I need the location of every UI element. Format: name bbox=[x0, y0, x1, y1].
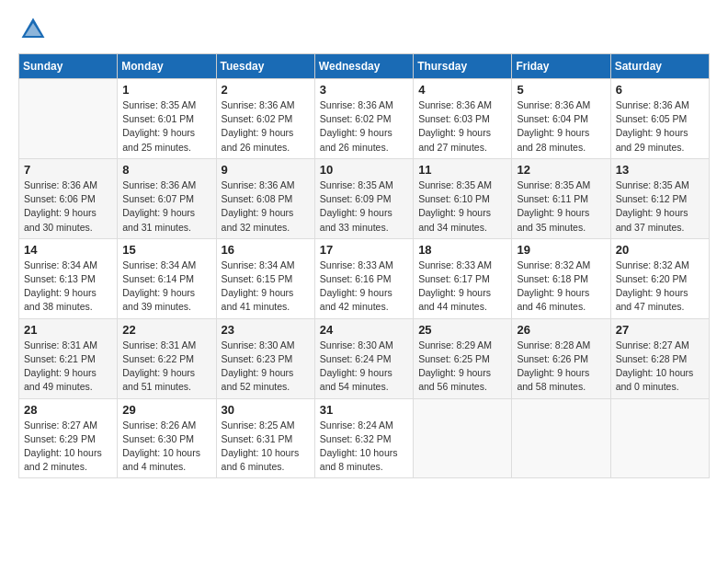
day-info: Sunrise: 8:35 AMSunset: 6:10 PMDaylight:… bbox=[418, 178, 506, 235]
day-info: Sunrise: 8:36 AMSunset: 6:06 PMDaylight:… bbox=[24, 178, 112, 235]
day-number: 4 bbox=[418, 83, 506, 97]
day-number: 14 bbox=[24, 243, 112, 257]
calendar-cell-3-2: 23Sunrise: 8:30 AMSunset: 6:23 PMDayligh… bbox=[216, 318, 314, 398]
calendar-cell-3-6: 27Sunrise: 8:27 AMSunset: 6:28 PMDayligh… bbox=[610, 318, 709, 398]
header bbox=[18, 15, 710, 44]
col-sunday: Sunday bbox=[19, 54, 118, 79]
day-number: 6 bbox=[616, 83, 704, 97]
calendar-week-row-2: 14Sunrise: 8:34 AMSunset: 6:13 PMDayligh… bbox=[19, 238, 710, 318]
day-info: Sunrise: 8:35 AMSunset: 6:11 PMDaylight:… bbox=[517, 178, 605, 235]
day-info: Sunrise: 8:31 AMSunset: 6:22 PMDaylight:… bbox=[122, 339, 210, 395]
day-info: Sunrise: 8:35 AMSunset: 6:09 PMDaylight:… bbox=[320, 178, 408, 235]
day-number: 10 bbox=[320, 163, 408, 177]
day-number: 7 bbox=[24, 163, 112, 177]
day-number: 26 bbox=[517, 323, 605, 337]
calendar-cell-1-2: 9Sunrise: 8:36 AMSunset: 6:08 PMDaylight… bbox=[216, 158, 314, 238]
day-info: Sunrise: 8:27 AMSunset: 6:29 PMDaylight:… bbox=[24, 419, 112, 475]
day-info: Sunrise: 8:25 AMSunset: 6:31 PMDaylight:… bbox=[222, 419, 310, 475]
day-number: 9 bbox=[222, 163, 310, 177]
calendar-week-row-1: 7Sunrise: 8:36 AMSunset: 6:06 PMDaylight… bbox=[19, 158, 710, 238]
calendar-header-row: Sunday Monday Tuesday Wednesday Thursday… bbox=[19, 54, 710, 79]
day-number: 20 bbox=[616, 243, 704, 257]
calendar-table: Sunday Monday Tuesday Wednesday Thursday… bbox=[18, 53, 710, 478]
calendar-week-row-0: 1Sunrise: 8:35 AMSunset: 6:01 PMDaylight… bbox=[19, 79, 710, 159]
day-number: 29 bbox=[122, 403, 210, 417]
day-number: 18 bbox=[418, 243, 506, 257]
calendar-cell-2-0: 14Sunrise: 8:34 AMSunset: 6:13 PMDayligh… bbox=[19, 238, 118, 318]
calendar-cell-4-4 bbox=[414, 398, 512, 478]
day-number: 22 bbox=[122, 323, 210, 337]
col-tuesday: Tuesday bbox=[216, 54, 314, 79]
day-info: Sunrise: 8:30 AMSunset: 6:24 PMDaylight:… bbox=[320, 339, 408, 395]
day-info: Sunrise: 8:34 AMSunset: 6:15 PMDaylight:… bbox=[222, 259, 310, 315]
day-number: 3 bbox=[320, 83, 408, 97]
day-number: 21 bbox=[24, 323, 112, 337]
logo bbox=[18, 15, 51, 44]
col-friday: Friday bbox=[512, 54, 610, 79]
calendar-cell-0-4: 4Sunrise: 8:36 AMSunset: 6:03 PMDaylight… bbox=[414, 79, 512, 159]
calendar-cell-4-2: 30Sunrise: 8:25 AMSunset: 6:31 PMDayligh… bbox=[216, 398, 314, 478]
day-number: 25 bbox=[418, 323, 506, 337]
calendar-cell-4-6 bbox=[610, 398, 709, 478]
calendar-cell-4-0: 28Sunrise: 8:27 AMSunset: 6:29 PMDayligh… bbox=[19, 398, 118, 478]
calendar-cell-0-6: 6Sunrise: 8:36 AMSunset: 6:05 PMDaylight… bbox=[610, 79, 709, 159]
day-number: 16 bbox=[222, 243, 310, 257]
calendar-cell-1-5: 12Sunrise: 8:35 AMSunset: 6:11 PMDayligh… bbox=[512, 158, 610, 238]
col-monday: Monday bbox=[118, 54, 216, 79]
col-thursday: Thursday bbox=[414, 54, 512, 79]
calendar-week-row-4: 28Sunrise: 8:27 AMSunset: 6:29 PMDayligh… bbox=[19, 398, 710, 478]
calendar-cell-3-0: 21Sunrise: 8:31 AMSunset: 6:21 PMDayligh… bbox=[19, 318, 118, 398]
day-info: Sunrise: 8:36 AMSunset: 6:08 PMDaylight:… bbox=[222, 178, 310, 235]
day-number: 5 bbox=[517, 83, 605, 97]
day-info: Sunrise: 8:26 AMSunset: 6:30 PMDaylight:… bbox=[122, 419, 210, 475]
day-number: 30 bbox=[222, 403, 310, 417]
day-info: Sunrise: 8:33 AMSunset: 6:16 PMDaylight:… bbox=[320, 259, 408, 315]
day-info: Sunrise: 8:27 AMSunset: 6:28 PMDaylight:… bbox=[616, 339, 704, 395]
page: Sunday Monday Tuesday Wednesday Thursday… bbox=[0, 0, 728, 563]
calendar-cell-3-1: 22Sunrise: 8:31 AMSunset: 6:22 PMDayligh… bbox=[118, 318, 216, 398]
calendar-cell-2-1: 15Sunrise: 8:34 AMSunset: 6:14 PMDayligh… bbox=[118, 238, 216, 318]
calendar-cell-4-5 bbox=[512, 398, 610, 478]
day-info: Sunrise: 8:35 AMSunset: 6:12 PMDaylight:… bbox=[616, 178, 704, 235]
calendar-cell-2-2: 16Sunrise: 8:34 AMSunset: 6:15 PMDayligh… bbox=[216, 238, 314, 318]
day-info: Sunrise: 8:30 AMSunset: 6:23 PMDaylight:… bbox=[222, 339, 310, 395]
calendar-cell-1-1: 8Sunrise: 8:36 AMSunset: 6:07 PMDaylight… bbox=[118, 158, 216, 238]
calendar-cell-0-0 bbox=[19, 79, 118, 159]
day-number: 17 bbox=[320, 243, 408, 257]
calendar-cell-3-5: 26Sunrise: 8:28 AMSunset: 6:26 PMDayligh… bbox=[512, 318, 610, 398]
calendar-cell-0-5: 5Sunrise: 8:36 AMSunset: 6:04 PMDaylight… bbox=[512, 79, 610, 159]
day-number: 27 bbox=[616, 323, 704, 337]
col-wednesday: Wednesday bbox=[314, 54, 413, 79]
calendar-cell-0-1: 1Sunrise: 8:35 AMSunset: 6:01 PMDaylight… bbox=[118, 79, 216, 159]
day-info: Sunrise: 8:36 AMSunset: 6:07 PMDaylight:… bbox=[122, 178, 210, 235]
calendar-cell-2-6: 20Sunrise: 8:32 AMSunset: 6:20 PMDayligh… bbox=[610, 238, 709, 318]
day-number: 12 bbox=[517, 163, 605, 177]
day-info: Sunrise: 8:36 AMSunset: 6:04 PMDaylight:… bbox=[517, 98, 605, 155]
day-number: 11 bbox=[418, 163, 506, 177]
day-info: Sunrise: 8:36 AMSunset: 6:05 PMDaylight:… bbox=[616, 98, 704, 155]
calendar-cell-3-4: 25Sunrise: 8:29 AMSunset: 6:25 PMDayligh… bbox=[414, 318, 512, 398]
day-info: Sunrise: 8:36 AMSunset: 6:02 PMDaylight:… bbox=[320, 98, 408, 155]
day-number: 24 bbox=[320, 323, 408, 337]
calendar-cell-3-3: 24Sunrise: 8:30 AMSunset: 6:24 PMDayligh… bbox=[314, 318, 413, 398]
calendar-cell-1-6: 13Sunrise: 8:35 AMSunset: 6:12 PMDayligh… bbox=[610, 158, 709, 238]
calendar-cell-2-3: 17Sunrise: 8:33 AMSunset: 6:16 PMDayligh… bbox=[314, 238, 413, 318]
calendar-cell-2-4: 18Sunrise: 8:33 AMSunset: 6:17 PMDayligh… bbox=[414, 238, 512, 318]
logo-icon bbox=[18, 15, 48, 44]
day-info: Sunrise: 8:24 AMSunset: 6:32 PMDaylight:… bbox=[320, 419, 408, 475]
calendar-cell-1-3: 10Sunrise: 8:35 AMSunset: 6:09 PMDayligh… bbox=[314, 158, 413, 238]
day-number: 2 bbox=[222, 83, 310, 97]
day-info: Sunrise: 8:28 AMSunset: 6:26 PMDaylight:… bbox=[517, 339, 605, 395]
day-info: Sunrise: 8:34 AMSunset: 6:14 PMDaylight:… bbox=[122, 259, 210, 315]
col-saturday: Saturday bbox=[610, 54, 709, 79]
calendar-week-row-3: 21Sunrise: 8:31 AMSunset: 6:21 PMDayligh… bbox=[19, 318, 710, 398]
day-number: 8 bbox=[122, 163, 210, 177]
day-info: Sunrise: 8:36 AMSunset: 6:02 PMDaylight:… bbox=[222, 98, 310, 155]
day-info: Sunrise: 8:32 AMSunset: 6:18 PMDaylight:… bbox=[517, 259, 605, 315]
day-number: 23 bbox=[222, 323, 310, 337]
day-info: Sunrise: 8:31 AMSunset: 6:21 PMDaylight:… bbox=[24, 339, 112, 395]
calendar-cell-1-0: 7Sunrise: 8:36 AMSunset: 6:06 PMDaylight… bbox=[19, 158, 118, 238]
day-number: 19 bbox=[517, 243, 605, 257]
calendar-cell-0-2: 2Sunrise: 8:36 AMSunset: 6:02 PMDaylight… bbox=[216, 79, 314, 159]
calendar-cell-4-1: 29Sunrise: 8:26 AMSunset: 6:30 PMDayligh… bbox=[118, 398, 216, 478]
